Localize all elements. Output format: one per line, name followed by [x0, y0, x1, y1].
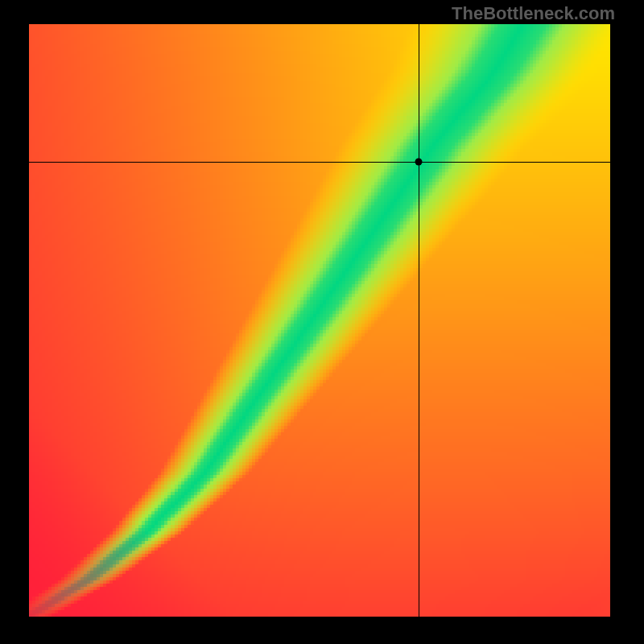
chart-container: TheBottleneck.com — [0, 0, 644, 644]
plot-area — [29, 24, 610, 617]
heatmap-canvas — [29, 24, 610, 617]
crosshair-vertical — [419, 24, 419, 617]
crosshair-horizontal — [29, 162, 610, 163]
marker-dot — [415, 159, 422, 166]
watermark-text: TheBottleneck.com — [452, 3, 615, 24]
